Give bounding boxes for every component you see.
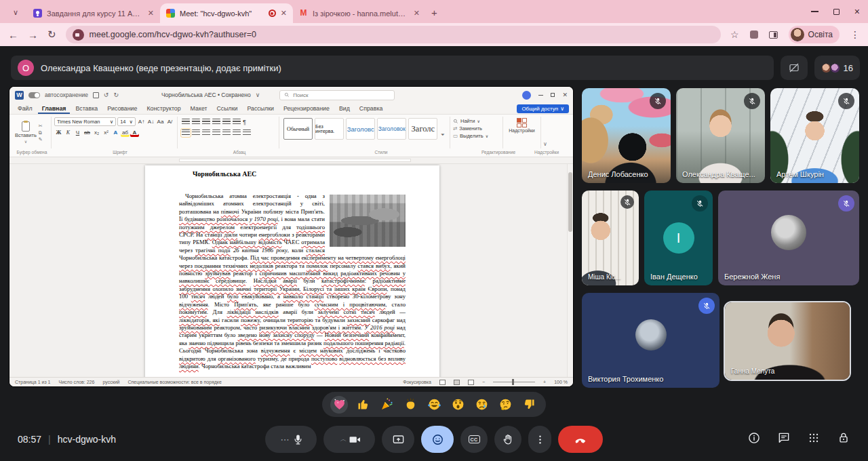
- bookmark-star-icon[interactable]: ☆: [730, 29, 739, 40]
- zoom-in-icon[interactable]: +: [543, 380, 546, 384]
- participants-count[interactable]: 16: [814, 56, 860, 80]
- doc-scrollbar-thumb[interactable]: [568, 172, 572, 232]
- thinking-face-reaction[interactable]: [496, 396, 514, 414]
- menu-design[interactable]: Конструктор: [142, 103, 184, 114]
- reactions-button[interactable]: [421, 426, 454, 453]
- sort-icon[interactable]: [233, 119, 241, 125]
- participant-tile[interactable]: Бережной Женя: [718, 191, 859, 285]
- window-maximize-button[interactable]: [833, 9, 840, 15]
- ribbon-collapse-icon[interactable]: ∨: [541, 117, 549, 148]
- window-close-button[interactable]: ×: [854, 8, 860, 15]
- borders-icon[interactable]: [243, 129, 251, 136]
- styles-more-icon[interactable]: ⏷: [439, 118, 446, 140]
- superscript-button[interactable]: x²: [102, 128, 111, 137]
- word-restore-button[interactable]: [551, 93, 555, 97]
- shrink-font-button[interactable]: A↓: [146, 117, 155, 126]
- shading-icon[interactable]: [233, 129, 241, 136]
- thumbs-up-reaction[interactable]: [354, 396, 372, 414]
- clapping-hands-reaction[interactable]: [401, 396, 419, 414]
- text-effects-button[interactable]: А: [111, 128, 120, 137]
- participant-tile[interactable]: Міша Кіс...: [582, 191, 639, 285]
- mic-button[interactable]: ⋯: [265, 426, 317, 453]
- italic-button[interactable]: К: [64, 128, 73, 137]
- menu-references[interactable]: Ссылки: [213, 103, 242, 114]
- party-popper-reaction[interactable]: [378, 396, 395, 414]
- bold-button[interactable]: Ж: [54, 128, 63, 137]
- font-name-select[interactable]: Times New Roman∨: [54, 117, 116, 126]
- read-mode-icon[interactable]: [439, 380, 446, 385]
- multilevel-list-icon[interactable]: [202, 119, 210, 125]
- bullet-list-icon[interactable]: [182, 119, 190, 125]
- meeting-details-icon[interactable]: [747, 431, 761, 447]
- raise-hand-button[interactable]: [494, 426, 521, 453]
- focus-mode[interactable]: Фокусировка: [403, 380, 431, 384]
- address-bar[interactable]: meet.google.com/hcv-dgwo-kvh?authuser=0: [66, 26, 721, 43]
- effects-disabled-icon[interactable]: [781, 56, 808, 80]
- align-right-icon[interactable]: [202, 129, 210, 136]
- document-title[interactable]: Чорнобильська АЕС • Сохранено: [161, 92, 251, 98]
- captions-button[interactable]: CC: [460, 426, 488, 453]
- crying-face-reaction[interactable]: [473, 396, 490, 414]
- style-normal[interactable]: Обычный: [283, 118, 313, 140]
- style-no-spacing[interactable]: Без интерва.: [315, 118, 344, 140]
- numbered-list-icon[interactable]: [192, 119, 200, 125]
- astonished-face-reaction[interactable]: [449, 396, 467, 414]
- redo-icon[interactable]: ↻: [113, 92, 119, 98]
- menu-file[interactable]: Файл: [14, 103, 37, 114]
- face-with-tears-of-joy-reaction[interactable]: [425, 396, 443, 414]
- line-spacing-icon[interactable]: [222, 129, 231, 136]
- word-account-avatar[interactable]: [522, 91, 531, 100]
- forward-button[interactable]: →: [28, 29, 38, 41]
- end-call-button[interactable]: [558, 426, 603, 453]
- decrease-indent-icon[interactable]: [212, 119, 220, 125]
- font-color-button[interactable]: А: [130, 128, 139, 137]
- reload-button[interactable]: ↻: [47, 28, 56, 41]
- chat-icon[interactable]: [777, 431, 791, 447]
- tab-close-icon[interactable]: ✕: [414, 9, 420, 18]
- mic-options-icon[interactable]: ⋯: [278, 435, 290, 445]
- menu-review[interactable]: Рецензирование: [279, 103, 334, 114]
- grow-font-button[interactable]: A↑: [137, 117, 146, 126]
- participant-tile[interactable]: Артем Шкурін: [770, 88, 859, 183]
- self-view-tile[interactable]: Ганна Мелута: [724, 301, 851, 381]
- side-panel-icon[interactable]: [769, 31, 778, 39]
- style-heading2[interactable]: Заголовок: [377, 118, 406, 140]
- thumbs-down-reaction[interactable]: [520, 396, 538, 414]
- copy-icon[interactable]: ⧉: [39, 130, 43, 136]
- align-justify-icon[interactable]: [212, 129, 220, 136]
- word-close-button[interactable]: ✕: [562, 92, 568, 98]
- word-search-box[interactable]: Поиск: [279, 90, 395, 100]
- clear-formatting-button[interactable]: A/: [165, 117, 174, 126]
- undo-icon[interactable]: ↺: [104, 92, 109, 98]
- word-count[interactable]: Число слов: 226: [58, 380, 94, 384]
- replace-button[interactable]: ⇄Заменить: [453, 125, 500, 132]
- browser-tab-gmail[interactable]: M Із зірочкою - hanna.meluta@g ✕: [293, 3, 426, 23]
- back-button[interactable]: ←: [8, 29, 18, 41]
- host-controls-lock-icon[interactable]: [837, 431, 850, 447]
- document-area[interactable]: Чорнобильська АЕС Чорнобильська атомна е…: [9, 164, 573, 377]
- word-minimize-button[interactable]: [538, 95, 543, 96]
- menu-mailings[interactable]: Рассылки: [243, 103, 278, 114]
- paste-button[interactable]: Вставить∨: [15, 121, 37, 144]
- print-layout-icon[interactable]: [454, 380, 460, 385]
- tab-close-icon[interactable]: ✕: [148, 9, 154, 18]
- show-marks-icon[interactable]: ¶: [243, 119, 246, 125]
- subscript-button[interactable]: x₂: [92, 128, 101, 137]
- window-minimize-button[interactable]: [811, 11, 818, 12]
- highlight-button[interactable]: аб: [121, 128, 130, 137]
- browser-tab-classroom[interactable]: Завдання для курсу 11 АГ Кур ✕: [27, 3, 160, 23]
- participant-tile[interactable]: І Іван Дещенко: [644, 191, 713, 285]
- format-painter-icon[interactable]: ✎: [39, 137, 43, 142]
- tab-search-icon[interactable]: ∨: [8, 5, 23, 20]
- present-button[interactable]: [382, 426, 414, 453]
- zoom-out-icon[interactable]: −: [482, 380, 485, 384]
- menu-insert[interactable]: Вставка: [71, 103, 102, 114]
- align-left-icon[interactable]: [182, 129, 190, 136]
- strikethrough-button[interactable]: ab: [83, 128, 92, 137]
- select-button[interactable]: ▭Выделить∨: [453, 133, 500, 139]
- font-size-select[interactable]: 14∨: [117, 117, 136, 126]
- participant-tile[interactable]: Виктория Трохименко: [582, 293, 719, 388]
- menu-layout[interactable]: Макет: [186, 103, 212, 114]
- camera-options-icon[interactable]: ︿: [338, 435, 347, 444]
- accessibility-status[interactable]: Специальные возможности: все в порядке: [128, 380, 222, 384]
